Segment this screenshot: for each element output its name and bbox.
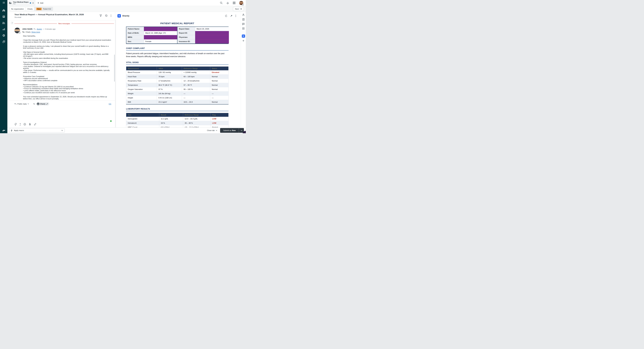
email-body-line: • Iron studies: Ordered to investigate y… — [23, 66, 111, 70]
left-nav-rail — [0, 0, 7, 133]
table-cell: Hematocrit — [126, 121, 159, 125]
table-cell: 17 breaths/min — [157, 79, 182, 83]
link-icon[interactable] — [34, 123, 36, 126]
add-app-icon[interactable] — [242, 40, 244, 42]
reporting-icon[interactable] — [0, 26, 7, 32]
refresh-icon[interactable] — [225, 15, 227, 17]
sender-name[interactable]: John Smith — [22, 28, 32, 30]
reply-type-label: Public reply — [18, 103, 27, 105]
email-body-line: I hope this message finds you well. Plea… — [23, 39, 111, 43]
column-header: Reference Range — [183, 113, 210, 117]
conversation-header: Your Medical Report — Annual Physical Ex… — [7, 12, 115, 21]
patient-info-value — [195, 31, 229, 35]
breadcrumb-requester[interactable]: Charly — [26, 7, 34, 11]
arrow-right-icon — [240, 8, 242, 10]
views-icon[interactable] — [0, 14, 7, 20]
more-icon[interactable] — [236, 15, 236, 17]
knowledge-icon[interactable] — [242, 18, 245, 21]
recipient-name: Charly — [40, 103, 46, 105]
email-body-line — [23, 59, 111, 61]
search-icon[interactable] — [220, 2, 222, 4]
collapse-panel-icon[interactable] — [11, 21, 14, 24]
table-row: BMI23.1 kg/m²18.5 – 24.9Normal — [126, 100, 228, 104]
home-icon[interactable] — [0, 7, 7, 14]
assign-link[interactable]: Assign — [37, 28, 42, 30]
ticket-tab-favicon — [9, 2, 12, 5]
section-title-laboratory: LABORATORY RESULTS — [126, 108, 228, 110]
submit-as-new-button[interactable]: Submit as New — [220, 128, 239, 133]
add-tab-button[interactable]: Add — [35, 0, 46, 6]
attachment-icon[interactable] — [29, 123, 31, 126]
conversation-scroll[interactable]: New messages John Smith Assign • 3 minut… — [7, 21, 115, 101]
to-value: Charly — [26, 31, 30, 33]
notifications-icon[interactable] — [226, 2, 229, 4]
apps-icon[interactable] — [242, 27, 244, 30]
main-area: Your Medical Report — Annual Physical Ex… — [7, 12, 246, 127]
section-rule — [126, 111, 228, 111]
macro-lightning-icon — [11, 129, 12, 132]
email-body-line — [23, 37, 111, 39]
breadcrumb-ticket[interactable]: New Ticket #12 — [34, 7, 53, 11]
email-body-line: • Focus on maintaining consistent sleep … — [23, 88, 111, 90]
message: John Smith Assign • 3 minutes ago To: Ch… — [7, 25, 115, 100]
table-cell: Respiratory Rate — [126, 79, 157, 83]
table-row: Temperature98.4 °F (36.9 °C)97 – 99 °FNo… — [126, 83, 228, 87]
ticket-tab[interactable]: Your Medical Repor... #12 — [7, 0, 35, 6]
column-header: Status — [210, 67, 229, 70]
recipient-pill[interactable]: Charly — [36, 102, 49, 106]
email-body-line: • Influenza vaccine administered — [23, 78, 111, 80]
filter-icon[interactable] — [100, 15, 102, 17]
table-row: Hematocrit34 %36 – 48 %LOW — [126, 121, 228, 125]
eraser-icon[interactable] — [14, 123, 17, 126]
cc-link[interactable]: CC — [109, 103, 111, 105]
next-ticket-button[interactable]: Next — [233, 7, 244, 11]
ticket-context-bar: No organization Charly New Ticket #12 Ne… — [7, 6, 246, 12]
ticket-footer-bar: Apply macro Close tab Submit as New — [7, 127, 246, 133]
pin-icon[interactable] — [230, 15, 232, 17]
apply-macro-select[interactable]: Apply macro — [9, 128, 65, 132]
table-cell: Weight — [126, 92, 157, 96]
customers-icon[interactable] — [0, 20, 7, 26]
laboratory-rows: Hemoglobin11.2 g/dL12.0 – 16.0 g/dLLOW H… — [126, 117, 228, 127]
ticket-number-label: Ticket #12 — [43, 8, 51, 10]
email-body-line — [23, 94, 111, 96]
patient-info-value: March 14, 1988 (Age: 37) — [144, 31, 177, 35]
chevron-down-icon — [28, 103, 29, 104]
sharely-app-icon[interactable]: S — [242, 35, 245, 38]
status-badge: New — [36, 8, 42, 10]
email-body-line: • All vital signs were within normal lim… — [23, 53, 111, 57]
close-tab-button[interactable]: Close tab — [207, 129, 218, 131]
app-window: Your Medical Repor... #12 Add — [0, 0, 246, 133]
report-scroll-area[interactable]: PATIENT MEDICAL REPORT Patient Name: Rep… — [115, 20, 241, 127]
breadcrumb-organization[interactable]: No organization — [10, 7, 26, 11]
email-body-line — [23, 49, 111, 51]
table-cell: 12.0 – 16.0 g/dL — [183, 117, 210, 121]
table-cell: 36 – 48 % — [183, 121, 210, 125]
close-tab-icon[interactable] — [32, 2, 34, 4]
presence-indicator — [110, 120, 112, 122]
spreadsheet-app-icon[interactable] — [0, 39, 7, 45]
email-body-line: Recommendations — [23, 84, 111, 86]
table-cell: 6.8 x10³/μL — [159, 125, 183, 127]
patient-info-value — [144, 35, 177, 39]
table-cell: Heart Rate — [126, 75, 157, 79]
table-cell: 60 – 100 bpm — [182, 75, 210, 79]
patient-info-label: Patient Name: — [126, 27, 144, 31]
emoji-icon[interactable] — [24, 123, 26, 126]
section-title-vital-signs: VITAL SIGNS — [126, 61, 228, 64]
agent-avatar[interactable] — [239, 1, 243, 5]
laboratory-header-row: TestResultReference RangeFlag — [126, 113, 228, 117]
show-more-link[interactable]: Show more — [31, 31, 40, 33]
conversation-scrollbar[interactable] — [114, 55, 115, 82]
customer-icon[interactable] — [242, 14, 245, 16]
table-row: WBC Count6.8 x10³/μL4.5 – 11.0 x10³/μLNo… — [126, 125, 228, 127]
more-icon[interactable] — [111, 15, 111, 17]
product-tray-icon[interactable] — [3, 2, 5, 4]
reply-type-selector[interactable]: Public reply — [14, 103, 29, 105]
events-history-icon[interactable] — [105, 15, 108, 17]
messages-icon[interactable] — [242, 23, 245, 25]
text-style-icon[interactable]: T — [20, 123, 21, 126]
message-timestamp: 3 minutes ago — [45, 28, 56, 30]
admin-icon[interactable] — [0, 32, 7, 39]
product-tray-icon[interactable] — [233, 2, 236, 4]
